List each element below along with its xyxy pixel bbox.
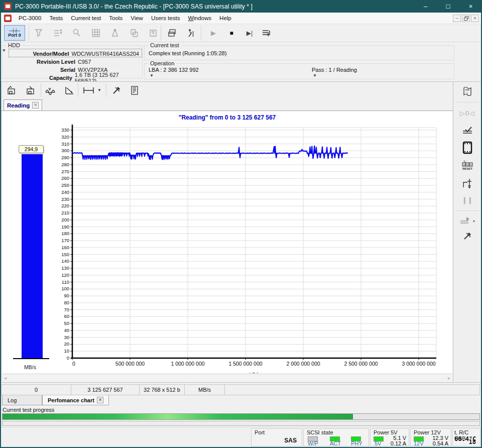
pass-caret[interactable]: ▼ xyxy=(313,73,317,78)
tab-reading[interactable]: Reading ✕ xyxy=(4,99,42,110)
resources-icon[interactable] xyxy=(453,141,481,154)
port-0-button[interactable]: ─┼┼─ Port 0 xyxy=(4,25,25,41)
menu-item-pc-3000[interactable]: PC-3000 xyxy=(15,14,45,23)
svg-text:260: 260 xyxy=(61,175,69,181)
menu-item-tests[interactable]: Tests xyxy=(45,14,67,23)
power-5v-panel: Power 5V 5V 5.1 V 0.12 A xyxy=(370,428,409,446)
temperature-extra: 18 xyxy=(469,438,476,445)
sidebar-tools-icon[interactable] xyxy=(453,231,481,242)
scsi-led-label: ACT xyxy=(330,440,341,446)
operation-pass: Pass : 1 / Reading xyxy=(312,67,357,73)
reset-counter-icon[interactable]: 1↓000 RESET xyxy=(453,158,481,171)
svg-text:30: 30 xyxy=(64,334,69,340)
waveform-view-icon[interactable] xyxy=(44,84,57,96)
port-panel-title: Port xyxy=(255,429,265,435)
sidebar-separator xyxy=(455,210,479,211)
svg-text:160: 160 xyxy=(61,245,69,250)
chart-toolbar-separator xyxy=(41,84,41,97)
power-5v-current: 0.12 A xyxy=(391,440,406,446)
save-chart-icon[interactable] xyxy=(5,84,18,96)
scroll-left-icon[interactable]: ◂ xyxy=(4,375,7,381)
load-chart-icon[interactable] xyxy=(24,84,37,96)
drive-id-scroll-icon[interactable]: i xyxy=(147,27,160,39)
svg-text:2 000 000 000: 2 000 000 000 xyxy=(286,361,320,367)
script-queue-icon[interactable] xyxy=(260,27,273,39)
minimize-button[interactable]: – xyxy=(414,0,437,13)
svg-text:0: 0 xyxy=(463,163,465,166)
chart-tab-row: Reading ✕ xyxy=(2,99,453,111)
menu-item-view[interactable]: View xyxy=(127,14,147,23)
stop-icon[interactable]: ■ xyxy=(225,27,238,39)
svg-text:60: 60 xyxy=(64,313,69,319)
restore-icon xyxy=(464,16,468,21)
tab-performance-close-icon[interactable]: ✕ xyxy=(97,397,103,403)
copy-objects-icon[interactable] xyxy=(128,27,141,39)
window-border-left xyxy=(0,0,1,448)
tab-log[interactable]: Log xyxy=(2,395,42,405)
pause-icon[interactable]: ❙❙ xyxy=(453,195,481,204)
maximize-button[interactable]: □ xyxy=(437,0,459,13)
tile-windows-icon[interactable] xyxy=(166,27,179,39)
chart-settings-icon[interactable] xyxy=(110,84,123,96)
tab-performance-chart[interactable]: Perfomance chart ✕ xyxy=(42,395,109,405)
hdd-field-label: Vendor/Model xyxy=(8,51,72,57)
mdi-close-button[interactable]: × xyxy=(471,15,479,22)
run-task-icon[interactable] xyxy=(184,27,197,39)
svg-text:190: 190 xyxy=(61,224,69,230)
hdd-dropdown-caret[interactable]: ▼ xyxy=(2,48,6,53)
svg-text:210: 210 xyxy=(61,210,69,215)
chart-horizontal-scrollbar[interactable]: ◂ ▸ xyxy=(2,374,452,382)
tab-close-icon[interactable]: ✕ xyxy=(32,102,39,108)
close-button[interactable]: × xyxy=(459,0,482,13)
right-sidebar: i ▷0◁ 1↓000 RESET ❙❙ ▼ xyxy=(453,82,481,382)
status-cell: 0 xyxy=(1,384,71,395)
current-test-title: Current test xyxy=(148,42,181,48)
progress-fill xyxy=(3,414,353,419)
scsi-led-label: PHY xyxy=(351,440,363,446)
zero-position-icon[interactable]: ▷0◁ xyxy=(453,108,481,118)
report-icon[interactable] xyxy=(128,84,141,96)
port-value: SAS xyxy=(284,437,297,444)
current-test-status: Complex test (Running 1:05:28) xyxy=(149,50,226,56)
hdd-field-label: Capacity xyxy=(8,75,75,81)
translator-branch-icon[interactable] xyxy=(453,177,481,190)
bottom-status-bar: Port SAS SCSI state W/PACTPHY Power 5V 5… xyxy=(1,427,481,447)
drive-passport-icon[interactable]: i xyxy=(453,85,481,99)
scroll-right-icon[interactable]: ▸ xyxy=(448,375,450,381)
progress-label: Current test progress xyxy=(3,407,54,413)
menu-item-tools[interactable]: Tools xyxy=(105,14,127,23)
toolbar-separator xyxy=(161,26,161,40)
scsi-led-label: W/P xyxy=(308,440,318,446)
play-icon[interactable]: ▶ xyxy=(207,27,220,39)
power-12v-current: 0.54 A xyxy=(433,440,448,446)
drive-filter-icon[interactable] xyxy=(32,27,45,39)
menu-item-users-tests[interactable]: Users tests xyxy=(147,14,184,23)
menu-item-current-test[interactable]: Current test xyxy=(67,14,105,23)
step-forward-icon[interactable]: ▶| xyxy=(243,27,256,39)
port-icon: ─┼┼─ xyxy=(9,29,20,33)
drive-check-icon[interactable] xyxy=(453,125,481,135)
svg-text:280: 280 xyxy=(61,162,69,167)
hdd-field-row: Capacity1.6 TB (3 125 627 568/512) xyxy=(8,74,139,82)
menu-item-windows[interactable]: Windows xyxy=(184,14,215,23)
svg-text:170: 170 xyxy=(61,238,69,243)
app-icon xyxy=(4,3,12,10)
chart-panel: ▼ Reading ✕ "Reading" from 0 to 3 125 62… xyxy=(2,82,453,382)
menu-item-help[interactable]: Help xyxy=(215,14,235,23)
svg-text:i: i xyxy=(153,33,153,36)
mdi-restore-button[interactable] xyxy=(462,15,470,22)
decline-graph-icon[interactable] xyxy=(63,84,76,96)
hdd-field-row: Vendor/ModelWDC/WUSTR6416ASS204 xyxy=(8,50,139,58)
start-drive-test-icon[interactable]: ▼ xyxy=(453,215,481,227)
test-list-icon[interactable] xyxy=(51,27,64,39)
mdi-minimize-button[interactable]: – xyxy=(453,15,461,22)
lba-caret[interactable]: ▼ xyxy=(150,73,154,78)
start-dropdown-caret[interactable]: ▼ xyxy=(472,219,476,223)
search-icon[interactable] xyxy=(70,27,83,39)
chart-toolbar-separator xyxy=(78,84,78,97)
utility-tools-icon[interactable] xyxy=(108,27,122,39)
svg-text:310: 310 xyxy=(61,141,69,147)
svg-text:1 000 000 000: 1 000 000 000 xyxy=(171,361,204,367)
range-ruler-icon[interactable]: ▼ xyxy=(82,84,102,96)
table-icon[interactable] xyxy=(89,27,102,39)
